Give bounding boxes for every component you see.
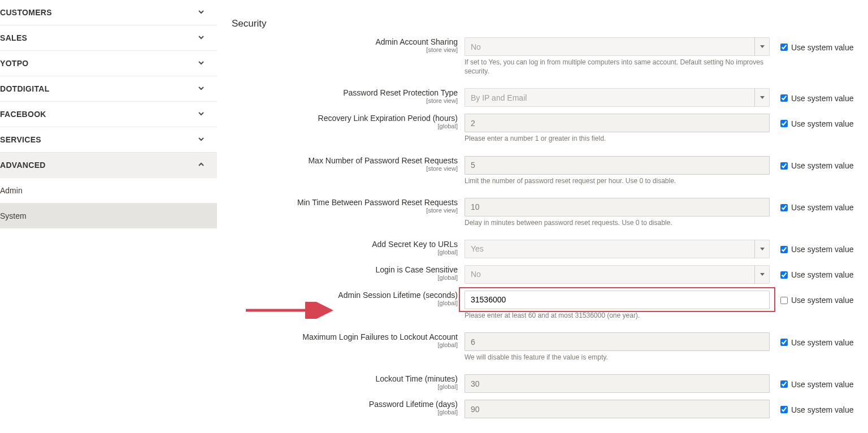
select-pw_reset_protection: By IP and Email bbox=[465, 88, 770, 107]
field-label: Password Lifetime (days) bbox=[232, 400, 458, 409]
field-row-secret_key_urls: Add Secret Key to URLs[global]YesUse sys… bbox=[232, 236, 868, 262]
sidebar-subitem-admin[interactable]: Admin bbox=[0, 177, 217, 203]
use-system-checkbox-secret_key_urls[interactable] bbox=[780, 246, 788, 253]
chevron-down-icon bbox=[198, 34, 205, 41]
field-label: Lockout Time (minutes) bbox=[232, 374, 458, 383]
field-scope: [global] bbox=[232, 274, 458, 281]
use-system-checkbox-pw_reset_protection[interactable] bbox=[780, 94, 788, 102]
use-system-checkbox-max_pw_reset[interactable] bbox=[780, 162, 788, 170]
field-scope: [global] bbox=[232, 341, 458, 348]
field-row-lockout_time: Lockout Time (minutes)[global]Use system… bbox=[232, 371, 868, 396]
chevron-down-icon bbox=[198, 59, 205, 66]
config-main: Security Admin Account Sharing[store vie… bbox=[232, 0, 868, 422]
use-system-checkbox-login_case_sensitive[interactable] bbox=[780, 271, 788, 279]
field-row-pw_reset_protection: Password Reset Protection Type[store vie… bbox=[232, 85, 868, 110]
field-scope: [global] bbox=[232, 383, 458, 390]
chevron-down-icon bbox=[198, 85, 205, 92]
field-scope: [global] bbox=[232, 300, 458, 306]
sidebar-tab-label: YOTPO bbox=[0, 59, 29, 68]
use-system-label: Use system value bbox=[791, 94, 853, 103]
field-scope: [global] bbox=[232, 249, 458, 256]
sidebar-tab-yotpo[interactable]: YOTPO bbox=[0, 50, 217, 76]
chevron-down-icon bbox=[198, 136, 205, 142]
field-label: Maximum Login Failures to Lockout Accoun… bbox=[232, 332, 458, 341]
config-tabs-sidebar: CUSTOMERSSALESYOTPODOTDIGITALFACEBOOKSER… bbox=[0, 0, 217, 228]
sidebar-subitem-system[interactable]: System bbox=[0, 203, 217, 228]
input-max_login_failures bbox=[465, 332, 770, 351]
field-scope: [global] bbox=[232, 409, 458, 415]
sidebar-tab-services[interactable]: SERVICES bbox=[0, 127, 217, 152]
chevron-down-icon bbox=[198, 110, 205, 117]
field-row-max_pw_reset: Max Number of Password Reset Requests[st… bbox=[232, 153, 868, 194]
field-hint: We will disable this feature if the valu… bbox=[465, 353, 770, 362]
use-system-label: Use system value bbox=[791, 338, 853, 347]
sidebar-tab-label: SALES bbox=[0, 33, 27, 42]
use-system-label: Use system value bbox=[791, 380, 853, 389]
use-system-label: Use system value bbox=[791, 43, 853, 52]
input-max_pw_reset bbox=[465, 156, 770, 175]
input-lockout_time bbox=[465, 374, 770, 393]
field-row-account_sharing: Admin Account Sharing[store view]NoIf se… bbox=[232, 34, 868, 85]
input-recovery_link_exp bbox=[465, 114, 770, 132]
input-min_time_pw_reset bbox=[465, 198, 770, 216]
field-label: Min Time Between Password Reset Requests bbox=[232, 198, 458, 207]
field-label: Password Reset Protection Type bbox=[232, 88, 458, 97]
use-system-checkbox-min_time_pw_reset[interactable] bbox=[780, 204, 788, 211]
field-hint: Delay in minutes between password reset … bbox=[465, 218, 770, 227]
select-login_case_sensitive: No bbox=[465, 265, 770, 284]
select-account_sharing: No bbox=[465, 37, 770, 56]
section-title: Security bbox=[232, 0, 868, 34]
field-label: Add Secret Key to URLs bbox=[232, 240, 458, 249]
chevron-up-icon bbox=[198, 161, 205, 168]
field-scope: [store view] bbox=[232, 97, 458, 104]
field-row-session_lifetime: Admin Session Lifetime (seconds)[global]… bbox=[232, 287, 868, 329]
select-secret_key_urls: Yes bbox=[465, 240, 770, 258]
field-hint: Limit the number of password reset reque… bbox=[465, 176, 770, 185]
use-system-label: Use system value bbox=[791, 270, 853, 279]
use-system-checkbox-password_lifetime[interactable] bbox=[780, 406, 788, 413]
use-system-checkbox-account_sharing[interactable] bbox=[780, 44, 788, 51]
field-hint: If set to Yes, you can log in from multi… bbox=[465, 58, 770, 76]
field-row-password_lifetime: Password Lifetime (days)[global]Use syst… bbox=[232, 396, 868, 422]
input-session_lifetime[interactable] bbox=[465, 291, 770, 309]
field-row-recovery_link_exp: Recovery Link Expiration Period (hours)[… bbox=[232, 110, 868, 152]
use-system-label: Use system value bbox=[791, 405, 853, 414]
field-row-login_case_sensitive: Login is Case Sensitive[global]NoUse sys… bbox=[232, 262, 868, 287]
use-system-checkbox-session_lifetime[interactable] bbox=[780, 297, 788, 304]
use-system-label: Use system value bbox=[791, 296, 853, 305]
sidebar-tab-customers[interactable]: CUSTOMERS bbox=[0, 0, 217, 25]
sidebar-tab-label: DOTDIGITAL bbox=[0, 84, 50, 93]
field-hint: Please enter a number 1 or greater in th… bbox=[465, 134, 770, 143]
use-system-checkbox-recovery_link_exp[interactable] bbox=[780, 120, 788, 127]
use-system-label: Use system value bbox=[791, 203, 853, 212]
field-label: Admin Account Sharing bbox=[232, 37, 458, 46]
sidebar-tab-facebook[interactable]: FACEBOOK bbox=[0, 101, 217, 127]
sidebar-tab-label: CUSTOMERS bbox=[0, 8, 52, 17]
use-system-checkbox-lockout_time[interactable] bbox=[780, 380, 788, 388]
input-password_lifetime bbox=[465, 400, 770, 418]
chevron-down-icon bbox=[198, 8, 205, 15]
use-system-label: Use system value bbox=[791, 245, 853, 254]
field-row-min_time_pw_reset: Min Time Between Password Reset Requests… bbox=[232, 194, 868, 236]
sidebar-tab-label: SERVICES bbox=[0, 135, 41, 144]
field-scope: [store view] bbox=[232, 46, 458, 53]
sidebar-tab-advanced[interactable]: ADVANCED bbox=[0, 152, 217, 177]
sidebar-tab-sales[interactable]: SALES bbox=[0, 25, 217, 50]
sidebar-tab-label: FACEBOOK bbox=[0, 110, 46, 119]
use-system-checkbox-max_login_failures[interactable] bbox=[780, 339, 788, 346]
field-scope: [global] bbox=[232, 123, 458, 129]
field-label: Admin Session Lifetime (seconds) bbox=[232, 291, 458, 300]
field-scope: [store view] bbox=[232, 207, 458, 214]
field-scope: [store view] bbox=[232, 165, 458, 172]
sidebar-tab-dotdigital[interactable]: DOTDIGITAL bbox=[0, 76, 217, 101]
field-hint: Please enter at least 60 and at most 315… bbox=[465, 311, 770, 320]
sidebar-tab-label: ADVANCED bbox=[0, 161, 46, 170]
field-label: Max Number of Password Reset Requests bbox=[232, 156, 458, 165]
use-system-label: Use system value bbox=[791, 161, 853, 170]
field-label: Recovery Link Expiration Period (hours) bbox=[232, 114, 458, 123]
field-label: Login is Case Sensitive bbox=[232, 265, 458, 274]
field-row-max_login_failures: Maximum Login Failures to Lockout Accoun… bbox=[232, 329, 868, 371]
use-system-label: Use system value bbox=[791, 119, 853, 128]
